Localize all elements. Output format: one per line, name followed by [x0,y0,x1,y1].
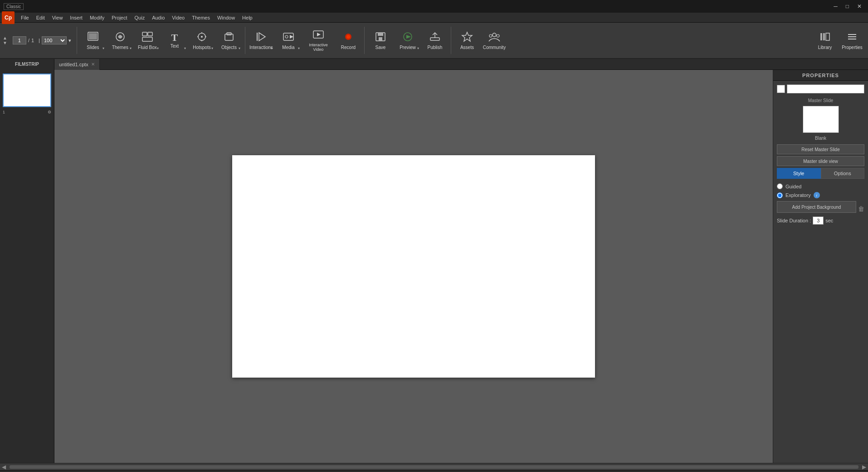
text-button[interactable]: T Text [161,24,188,57]
record-button[interactable]: Record [335,24,361,57]
doc-tab-close[interactable]: ✕ [91,62,95,67]
scroll-right-arrow[interactable]: ▶ [860,464,868,470]
hotspots-button[interactable]: Hotspots [189,24,215,57]
record-label: Record [341,45,356,50]
title-bar-right[interactable]: ─ □ ✕ [831,2,864,10]
media-button[interactable]: Media [275,24,302,57]
svg-rect-25 [379,37,382,41]
publish-icon [429,31,441,44]
library-icon [819,31,831,44]
svg-rect-1 [89,33,97,39]
menu-help[interactable]: Help [239,13,256,23]
master-slide-view-button[interactable]: Master slide view [777,156,864,166]
slides-button[interactable]: Slides [80,24,106,57]
scroll-left-arrow[interactable]: ◀ [0,464,8,470]
community-label: Community [483,45,506,50]
menu-video[interactable]: Video [168,13,188,23]
menu-edit[interactable]: Edit [33,13,49,23]
slide-canvas [232,155,595,378]
slide-thumbnail-1[interactable] [3,74,51,107]
svg-rect-24 [378,33,383,36]
save-button[interactable]: Save [367,24,394,57]
menu-view[interactable]: View [49,13,67,23]
close-button[interactable]: ✕ [854,2,864,10]
add-project-background-button[interactable]: Add Project Background [777,201,856,213]
library-label: Library [818,45,832,50]
maximize-button[interactable]: □ [843,2,852,10]
nav-down-arrow[interactable]: ▼ [3,41,7,45]
community-button[interactable]: Community [481,24,507,57]
objects-icon [223,31,235,44]
interactive-video-label: Interactive Video [303,43,333,52]
menu-bar: Cp File Edit View Insert Modify Project … [0,13,868,23]
style-tab[interactable]: Style [777,168,821,179]
canvas-area[interactable] [54,70,773,463]
svg-marker-20 [317,33,321,36]
nav-up-arrow[interactable]: ▲ [3,36,7,40]
slide-number-1: 1 [3,110,5,114]
master-slide-preview[interactable] [803,106,839,133]
color-swatch[interactable] [777,85,785,93]
hotspots-label: Hotspots [193,45,210,50]
preview-button[interactable]: Preview [395,24,421,57]
cp-logo[interactable]: Cp [2,11,15,24]
title-bar-left: Classic [4,3,28,10]
page-total: 1 [31,38,34,43]
publish-label: Publish [428,45,443,50]
slide-duration-input[interactable]: 3 [813,216,824,225]
slide-settings-icon[interactable]: ⚙ [48,110,51,114]
options-tab[interactable]: Options [821,168,865,179]
svg-point-7 [201,36,203,38]
assets-button[interactable]: Assets [454,24,480,57]
menu-themes[interactable]: Themes [188,13,214,23]
interactions-icon [255,31,267,44]
menu-quiz[interactable]: Quiz [131,13,149,23]
svg-rect-33 [820,33,822,40]
fluid-box-button[interactable]: Fluid Box [134,24,161,57]
menu-insert[interactable]: Insert [66,13,86,23]
doc-tab-1[interactable]: untitled1.cptx ✕ [54,59,100,70]
color-text-input[interactable] [787,84,864,93]
toolbar-divider-3 [364,27,365,54]
interactions-button[interactable]: Interactions [248,24,274,57]
text-icon: T [171,33,178,43]
style-options-tabs: Style Options [777,168,864,179]
filmstrip-panel: 1 ⚙ [0,70,54,463]
guided-radio[interactable] [777,183,783,189]
info-icon[interactable]: i [814,192,820,198]
page-nav: 1 / 1 | 100 50 75 150 ▾ [13,36,71,44]
interactive-video-button[interactable]: Interactive Video [302,24,334,57]
master-slide-label: Master Slide [777,98,864,103]
svg-point-31 [489,34,492,37]
library-button[interactable]: Library [812,24,838,57]
themes-button[interactable]: Themes [107,24,133,57]
svg-marker-27 [406,35,411,39]
horizontal-scrollbar[interactable] [10,465,858,469]
properties-panel: PROPERTIES Master Slide ▾ Blank Reset Ma… [773,70,868,463]
menu-modify[interactable]: Modify [86,13,108,23]
reset-master-slide-button[interactable]: Reset Master Slide [777,144,864,154]
objects-button[interactable]: Objects [216,24,242,57]
properties-toolbar-button[interactable]: Properties [839,24,865,57]
menu-file[interactable]: File [17,13,33,23]
menu-audio[interactable]: Audio [148,13,168,23]
slide-duration-unit: sec [825,218,833,223]
svg-rect-4 [148,32,152,36]
publish-button[interactable]: Publish [422,24,448,57]
zoom-dropdown-icon[interactable]: ▾ [68,38,71,44]
page-separator: / [28,38,29,43]
guided-label: Guided [785,184,801,189]
slides-label: Slides [87,45,99,50]
toolbar-divider-1 [77,27,77,54]
zoom-select[interactable]: 100 50 75 150 [42,36,67,44]
nav-arrows: ▲ ▼ [3,36,7,45]
minimize-button[interactable]: ─ [831,2,840,10]
delete-background-icon[interactable]: 🗑 [858,205,864,212]
menu-window[interactable]: Window [214,13,239,23]
page-number-input[interactable]: 1 [13,36,26,44]
themes-icon [114,31,126,44]
exploratory-radio[interactable] [777,192,783,198]
svg-rect-28 [430,38,439,40]
menu-project[interactable]: Project [108,13,131,23]
svg-point-32 [497,34,499,37]
